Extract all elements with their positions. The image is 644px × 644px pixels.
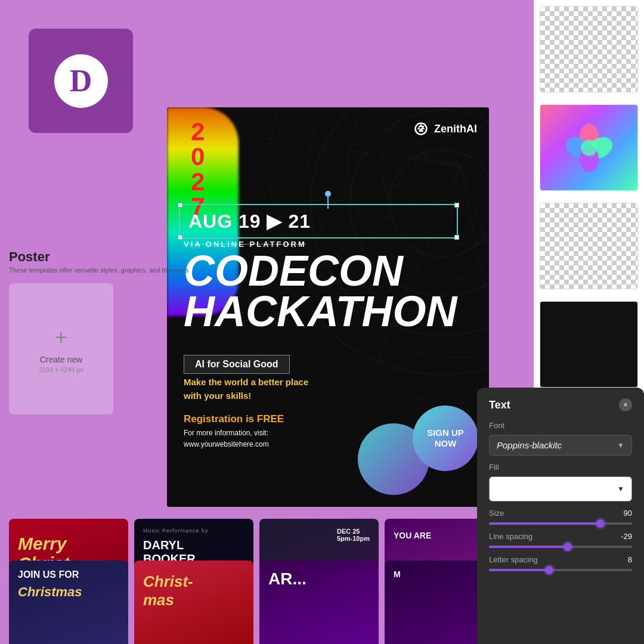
brand-logo: ZenithAI — [413, 120, 477, 137]
thumb-colorful — [540, 105, 637, 190]
create-new-card[interactable]: + Create new 3194 x 4244 px — [9, 283, 113, 414]
fill-label: Fill — [489, 463, 632, 472]
thumb-2[interactable] — [540, 104, 638, 191]
svg-line-9 — [433, 138, 461, 166]
font-label: Font — [489, 421, 632, 430]
date-selection-box[interactable]: AUG 19 ▶ 21 — [179, 204, 458, 239]
reg-info: For more information, visit: www.yourweb… — [184, 428, 284, 450]
panel-header: Text × — [489, 398, 632, 411]
size-row: Size 90 — [489, 509, 632, 525]
ar-title: AR... — [268, 569, 306, 589]
thumb-black — [540, 302, 637, 387]
line-spacing-fill — [489, 546, 568, 548]
svg-line-10 — [461, 138, 489, 166]
tagline: Make the world a better place with your … — [184, 376, 308, 402]
panel-title: Text — [489, 399, 510, 411]
letter-spacing-slider[interactable] — [489, 569, 632, 571]
svg-line-12 — [461, 166, 489, 251]
close-button[interactable]: × — [619, 398, 632, 411]
right-panel — [534, 0, 644, 394]
join-subtitle: Christmas — [18, 584, 82, 600]
rise-title: M — [394, 569, 401, 579]
font-selector[interactable]: Poppins-blackitc ▼ — [489, 435, 632, 456]
join-title: JOIN US FOR — [18, 569, 79, 580]
line-spacing-row: Line spacing -29 — [489, 532, 632, 548]
font-value: Poppins-blackitc — [497, 440, 562, 450]
website-url: www.yourwebsitehere.com — [184, 439, 284, 450]
template-christmas-silk[interactable]: Christ-mas — [134, 561, 253, 644]
letter-spacing-fill — [489, 569, 549, 571]
thumb-3[interactable] — [540, 203, 638, 289]
tagline-line1: Make the world a better place — [184, 376, 308, 389]
font-dropdown-arrow: ▼ — [617, 441, 624, 450]
thumb-transparent-1 — [540, 7, 637, 92]
letter-spacing-label: Letter spacing — [489, 555, 538, 564]
create-plus-icon: + — [55, 325, 67, 350]
letter-spacing-thumb[interactable] — [545, 566, 553, 574]
silk-title: Christ-mas — [143, 572, 193, 609]
brand-name: ZenithAI — [434, 123, 477, 135]
main-title: CODECON HACKATHON — [184, 250, 477, 332]
logo-letter: D — [54, 54, 108, 108]
fill-preview — [497, 483, 617, 495]
subtitle-box: AI for Social Good — [184, 355, 290, 374]
size-label: Size — [489, 509, 504, 518]
title-line1: CODECON — [184, 250, 477, 291]
svg-line-11 — [461, 166, 489, 194]
daryl-subtitle: Music Performance by — [143, 528, 244, 534]
size-slider-fill — [489, 522, 600, 525]
poster-canvas[interactable]: 2 0 2 7 ZenithAI AUG 19 ▶ 21 VIA ONLINE — [167, 107, 489, 507]
youare-title: YOU ARE — [394, 531, 431, 540]
create-size: 3194 x 4244 px — [39, 366, 83, 373]
letter-spacing-value: 8 — [628, 555, 632, 564]
thumb-transparent-2 — [540, 203, 637, 289]
template-ar[interactable]: AR... — [259, 561, 379, 644]
line-spacing-label: Line spacing — [489, 532, 532, 541]
size-slider-thumb[interactable] — [596, 519, 605, 528]
fill-selector[interactable]: ▼ — [489, 476, 632, 501]
signup-label: SIGN UP NOW — [427, 428, 464, 449]
thumb-1[interactable] — [540, 6, 638, 92]
info-line: For more information, visit: — [184, 428, 284, 439]
size-slider[interactable] — [489, 522, 632, 525]
section-description: These templates offer versatile styles, … — [9, 267, 188, 274]
title-line2: HACKATHON — [184, 291, 477, 332]
svg-line-7 — [320, 138, 461, 166]
svg-line-8 — [376, 138, 461, 166]
registration-label: Registration is FREE — [184, 413, 284, 425]
selection-anchor — [325, 191, 331, 209]
brand-icon — [413, 120, 429, 137]
app-logo[interactable]: D — [29, 29, 133, 133]
text-font-panel: Text × Font Poppins-blackitc ▼ Fill ▼ Si… — [477, 388, 644, 644]
line-spacing-value: -29 — [621, 532, 632, 541]
size-value: 90 — [624, 509, 632, 518]
section-title: Poster — [9, 249, 188, 265]
thumb-4[interactable] — [540, 301, 638, 388]
dec25-date: DEC 255pm-10pm — [337, 528, 370, 542]
poster-background: 2 0 2 7 ZenithAI AUG 19 ▶ 21 VIA ONLINE — [167, 107, 489, 507]
line-spacing-thumb[interactable] — [564, 543, 572, 551]
tagline-line2: with your skills! — [184, 389, 308, 403]
svg-line-6 — [264, 138, 461, 166]
create-label: Create new — [40, 355, 83, 364]
flower-icon — [562, 121, 616, 175]
line-spacing-slider[interactable] — [489, 546, 632, 548]
template-join[interactable]: JOIN US FOR Christmas — [9, 561, 128, 644]
letter-spacing-row: Letter spacing 8 — [489, 555, 632, 571]
section-label: Poster These templates offer versatile s… — [9, 249, 188, 274]
registration-section: Registration is FREE For more informatio… — [184, 413, 284, 450]
date-text: AUG 19 ▶ 21 — [188, 210, 448, 233]
signup-button[interactable]: SIGN UP NOW — [413, 405, 478, 471]
fill-dropdown-arrow: ▼ — [617, 485, 624, 493]
svg-point-22 — [581, 140, 597, 156]
